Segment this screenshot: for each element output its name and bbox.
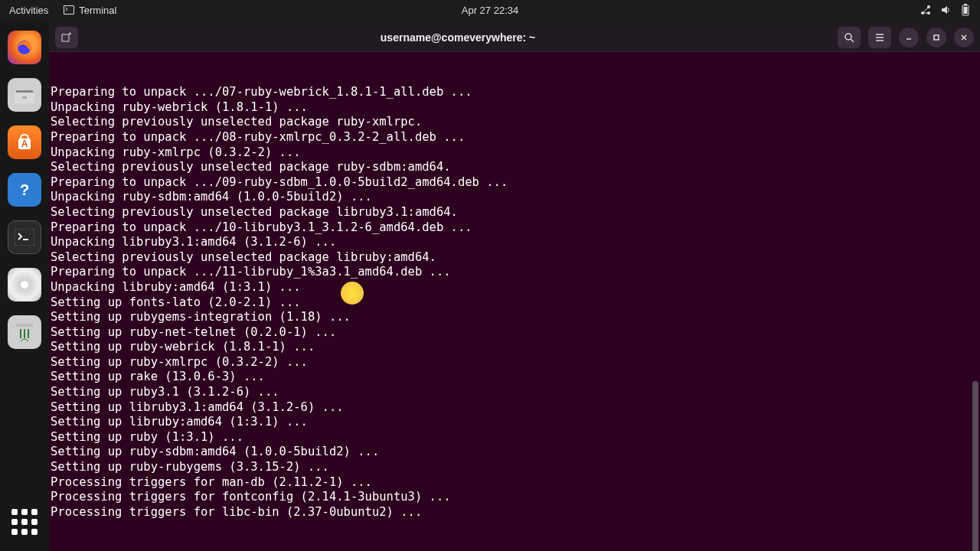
minimize-button[interactable] [899,28,919,47]
terminal-line: Setting up ruby-net-telnet (0.2.0-1) ... [51,325,980,341]
terminal-line: Preparing to unpack .../07-ruby-webrick_… [51,85,980,100]
volume-icon[interactable] [940,5,951,15]
app-indicator[interactable]: Terminal [64,5,116,16]
dock-app-terminal[interactable] [8,220,41,254]
svg-rect-1 [64,6,74,14]
scrollbar-thumb[interactable] [972,381,978,551]
terminal-line: Processing triggers for fontconfig (2.14… [51,490,980,505]
svg-text:?: ? [20,181,29,198]
terminal-line: Preparing to unpack .../11-libruby_1%3a3… [51,265,980,280]
svg-rect-27 [934,35,939,40]
terminal-window: username@comeverywhere: ~ Preparing to u… [49,23,980,551]
svg-text:A: A [21,139,28,149]
terminal-line: Unpacking libruby3.1:amd64 (3.1.2-6) ... [51,235,980,250]
dock-app-help[interactable]: ? [8,173,41,207]
terminal-line: Setting up ruby-xmlrpc (0.3.2-2) ... [51,355,980,370]
svg-rect-20 [62,34,69,41]
app-indicator-label: Terminal [79,5,116,16]
terminal-line: Selecting previously unselected package … [51,115,980,130]
dock-app-firefox[interactable] [8,31,41,64]
terminal-line: Setting up rake (13.0.6-3) ... [51,370,980,385]
terminal-line: Preparing to unpack .../09-ruby-sdbm_1.0… [51,175,980,191]
clock[interactable]: Apr 27 22:34 [462,5,518,16]
terminal-line: Setting up ruby-sdbm:amd64 (1.0.0-5build… [51,445,980,460]
terminal-line: Setting up ruby-rubygems (3.3.15-2) ... [51,460,980,475]
terminal-icon [64,5,74,15]
terminal-line: Setting up ruby (1:3.1) ... [51,430,980,445]
terminal-output[interactable]: Preparing to unpack .../07-ruby-webrick_… [49,52,980,551]
window-titlebar: username@comeverywhere: ~ [49,23,980,52]
dock-app-software[interactable]: A [8,126,41,159]
show-applications-button[interactable] [8,505,41,539]
terminal-line: Setting up fonts-lato (2.0-2.1) ... [51,295,980,311]
terminal-line: Setting up ruby-webrick (1.8.1-1) ... [51,340,980,355]
svg-line-22 [851,39,854,42]
terminal-line: Setting up ruby3.1 (3.1.2-6) ... [51,385,980,400]
close-button[interactable] [954,28,974,47]
network-icon[interactable] [920,5,931,15]
maximize-button[interactable] [926,28,946,47]
terminal-line: Processing triggers for libc-bin (2.37-0… [51,505,980,520]
terminal-line: Unpacking ruby-xmlrpc (0.3.2-2) ... [51,145,980,161]
svg-rect-7 [964,7,968,14]
terminal-line: Setting up libruby3.1:amd64 (3.1.2-6) ..… [51,400,980,416]
terminal-line: Selecting previously unselected package … [51,250,980,266]
terminal-line: Preparing to unpack .../10-libruby3.1_3.… [51,220,980,236]
activities-button[interactable]: Activities [9,5,48,16]
terminal-line: Setting up rubygems-integration (1.18) .… [51,310,980,325]
terminal-line: Processing triggers for man-db (2.11.2-1… [51,475,980,491]
dock: A ? [0,20,49,551]
terminal-line: Selecting previously unselected package … [51,205,980,220]
terminal-line: Unpacking ruby-webrick (1.8.1-1) ... [51,100,980,116]
svg-rect-16 [15,229,34,246]
battery-icon[interactable] [960,5,971,15]
svg-rect-19 [16,324,33,327]
svg-rect-11 [22,96,27,99]
terminal-line: Unpacking libruby:amd64 (1:3.1) ... [51,280,980,295]
dock-app-files[interactable] [8,78,41,112]
new-tab-button[interactable] [55,27,78,48]
search-button[interactable] [838,27,861,48]
dock-app-disc[interactable] [8,268,41,302]
terminal-line: Preparing to unpack .../08-ruby-xmlrpc_0… [51,130,980,145]
svg-point-21 [845,34,851,40]
window-title: username@comeverywhere: ~ [84,31,831,44]
terminal-line: Selecting previously unselected package … [51,160,980,175]
dock-app-trash[interactable] [8,315,41,349]
terminal-line: Setting up libruby:amd64 (1:3.1) ... [51,415,980,430]
gnome-top-panel: Activities Terminal Apr 27 22:34 [0,0,980,20]
hamburger-menu-button[interactable] [868,27,891,48]
terminal-line: Unpacking ruby-sdbm:amd64 (1.0.0-5build2… [51,190,980,205]
